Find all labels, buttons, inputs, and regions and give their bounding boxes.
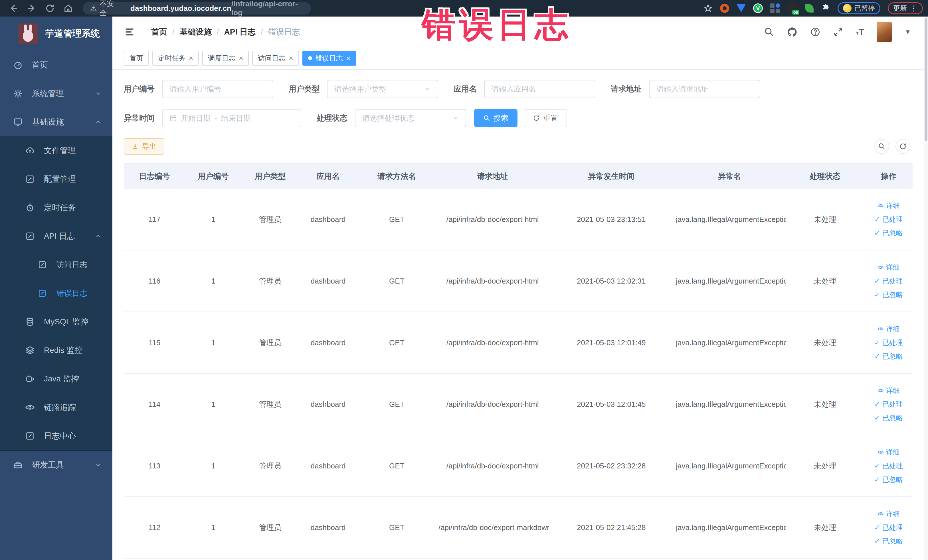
forward-icon[interactable]: [27, 3, 37, 13]
hamburger-icon[interactable]: [124, 26, 135, 38]
detail-link[interactable]: 详细: [878, 386, 900, 395]
user-avatar[interactable]: [877, 22, 892, 42]
address-bar[interactable]: ⚠ 不安全 dashboard.yudao.iocoder.cn /infra/…: [83, 2, 311, 15]
caret-down-icon[interactable]: ▼: [905, 28, 911, 36]
app-name-input[interactable]: 请输入应用名: [484, 80, 595, 98]
layers-icon: [25, 345, 35, 355]
mark-processed-link[interactable]: ✓已处理: [875, 523, 903, 532]
extension-leaf-icon[interactable]: [805, 4, 814, 12]
profile-paused-badge[interactable]: 已暂停: [838, 2, 881, 14]
mark-ignored-link[interactable]: ✓已忽略: [875, 352, 903, 361]
extension-icon[interactable]: [720, 4, 729, 13]
refresh-table-button[interactable]: [896, 139, 910, 154]
sidebar-item-system[interactable]: 系统管理: [0, 79, 112, 108]
sidebar-item-mysql[interactable]: MySQL 监控: [0, 308, 112, 336]
home-icon[interactable]: [63, 3, 73, 13]
close-icon[interactable]: ×: [289, 54, 293, 63]
check-icon: ✓: [875, 523, 880, 531]
sidebar-item-home[interactable]: 首页: [0, 51, 112, 79]
help-icon[interactable]: [810, 27, 820, 37]
fullscreen-icon[interactable]: [833, 27, 843, 37]
col-log-id: 日志编号: [124, 171, 185, 182]
reload-icon[interactable]: [45, 3, 55, 13]
user-id-input[interactable]: 请输入用户编号: [162, 80, 273, 98]
font-size-icon[interactable]: тT: [856, 27, 864, 37]
col-request-url: 请求地址: [436, 171, 549, 182]
table-row: 112 1 管理员 dashboard GET /api/infra/db-do…: [124, 497, 913, 558]
close-icon[interactable]: ×: [239, 54, 243, 63]
back-icon[interactable]: [9, 3, 18, 13]
close-icon[interactable]: ×: [346, 54, 351, 63]
sidebar-item-log-center[interactable]: 日志中心: [0, 422, 112, 450]
tab-access-log[interactable]: 访问日志×: [252, 51, 299, 66]
close-icon[interactable]: ×: [189, 54, 193, 63]
col-exception-name: 异常名: [673, 171, 786, 182]
mark-processed-link[interactable]: ✓已处理: [875, 215, 903, 224]
mark-processed-link[interactable]: ✓已处理: [875, 338, 903, 347]
tab-job[interactable]: 定时任务×: [152, 51, 199, 66]
export-button[interactable]: 导出: [124, 138, 164, 155]
search-button[interactable]: 搜索: [474, 109, 517, 127]
url-path: /infra/log/api-error-log: [231, 0, 304, 17]
error-log-table: 日志编号 用户编号 用户类型 应用名 请求方法名 请求地址 异常发生时间 异常名…: [124, 163, 913, 558]
sidebar-item-error-log[interactable]: 错误日志: [0, 279, 112, 308]
mark-ignored-link[interactable]: ✓已忽略: [875, 414, 903, 423]
detail-link[interactable]: 详细: [878, 509, 900, 518]
table-row: 115 1 管理员 dashboard GET /api/infra/db-do…: [124, 312, 913, 374]
mark-processed-link[interactable]: ✓已处理: [875, 276, 903, 285]
chevron-down-icon: [95, 462, 102, 468]
tab-home[interactable]: 首页: [124, 51, 149, 66]
app-logo-row[interactable]: 芋道管理系统: [0, 17, 112, 51]
detail-link[interactable]: 详细: [878, 448, 900, 457]
extension-grid-icon[interactable]: [770, 3, 780, 13]
sidebar-item-redis[interactable]: Redis 监控: [0, 336, 112, 365]
breadcrumb-api-log[interactable]: API 日志: [224, 26, 256, 37]
eye-icon: [878, 326, 884, 332]
search-icon[interactable]: [764, 27, 774, 37]
mark-processed-link[interactable]: ✓已处理: [875, 461, 903, 470]
breadcrumb-infra[interactable]: 基础设施: [180, 26, 212, 37]
mark-processed-link[interactable]: ✓已处理: [875, 400, 903, 409]
extensions-puzzle-icon[interactable]: [821, 4, 830, 13]
bookmark-star-icon[interactable]: [704, 4, 713, 13]
tab-error-log[interactable]: 错误日志×: [302, 51, 356, 66]
kebab-menu-icon[interactable]: ⋮: [910, 4, 917, 13]
extension-v-icon[interactable]: V: [753, 3, 763, 13]
sidebar-item-access-log[interactable]: 访问日志: [0, 250, 112, 279]
app-name-label: 应用名: [453, 84, 477, 94]
scrollbar[interactable]: [924, 17, 928, 560]
sidebar-item-infra[interactable]: 基础设施: [0, 108, 112, 136]
reset-button[interactable]: 重置: [524, 109, 567, 127]
sidebar-item-file[interactable]: 文件管理: [0, 136, 112, 165]
tab-job-log[interactable]: 调度日志×: [202, 51, 249, 66]
check-icon: ✓: [875, 537, 880, 545]
detail-link[interactable]: 详细: [878, 263, 900, 272]
process-status-select[interactable]: 请选择处理状态: [355, 109, 466, 127]
sidebar-item-job[interactable]: 定时任务: [0, 194, 112, 222]
exception-time-range-picker[interactable]: 开始日期 - 结束日期: [162, 109, 301, 127]
github-icon[interactable]: [787, 26, 798, 37]
sidebar-item-config[interactable]: 配置管理: [0, 165, 112, 194]
sidebar-item-dev-tools[interactable]: 研发工具: [0, 451, 112, 479]
hide-search-button[interactable]: [875, 139, 889, 154]
eye-icon: [25, 403, 35, 412]
check-icon: ✓: [875, 229, 880, 237]
extension-on-icon[interactable]: on: [788, 3, 798, 14]
mark-ignored-link[interactable]: ✓已忽略: [875, 537, 903, 546]
sidebar-item-api-log[interactable]: API 日志: [0, 222, 112, 250]
detail-link[interactable]: 详细: [878, 324, 900, 334]
request-url-input[interactable]: 请输入请求地址: [649, 80, 760, 98]
user-type-label: 用户类型: [289, 84, 319, 94]
sidebar-item-trace[interactable]: 链路追踪: [0, 393, 112, 422]
mark-ignored-link[interactable]: ✓已忽略: [875, 290, 903, 299]
mark-ignored-link[interactable]: ✓已忽略: [875, 475, 903, 484]
sidebar-item-java[interactable]: Java 监控: [0, 365, 112, 393]
extension-shield-icon[interactable]: [737, 4, 746, 12]
scrollbar-thumb[interactable]: [925, 18, 927, 141]
user-type-select[interactable]: 请选择用户类型: [327, 80, 438, 98]
mark-ignored-link[interactable]: ✓已忽略: [875, 229, 903, 238]
col-status: 处理状态: [786, 171, 865, 182]
detail-link[interactable]: 详细: [878, 201, 900, 210]
breadcrumb-home[interactable]: 首页: [151, 26, 167, 37]
chrome-update-badge[interactable]: 更新 ⋮: [888, 2, 923, 14]
